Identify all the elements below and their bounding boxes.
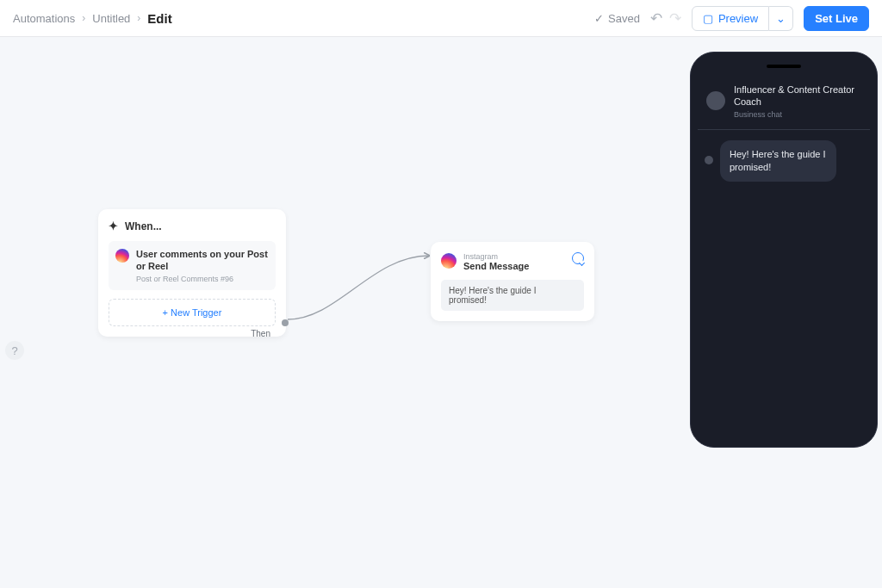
- preview-dropdown[interactable]: ⌄: [769, 6, 793, 31]
- instagram-icon: [441, 253, 457, 269]
- breadcrumb-parent[interactable]: Untitled: [92, 12, 130, 25]
- connection-line: [286, 247, 432, 333]
- chat-message-bubble: Hey! Here's the guide I promised!: [720, 140, 836, 183]
- trigger-card[interactable]: ✦ When... User comments on your Post or …: [98, 209, 286, 337]
- output-port[interactable]: [282, 319, 289, 326]
- flow-canvas[interactable]: ✦ When... User comments on your Post or …: [0, 37, 882, 588]
- then-label: Then: [251, 329, 270, 338]
- phone-notch: [767, 65, 801, 68]
- trigger-subtitle: Post or Reel Comments #96: [136, 275, 269, 283]
- saved-label: Saved: [608, 12, 640, 25]
- phone-preview: Influencer & Content Creator Coach Busin…: [690, 52, 878, 448]
- chat-body: Hey! Here's the guide I promised!: [698, 130, 870, 193]
- redo-icon[interactable]: ↷: [669, 9, 681, 28]
- undo-redo-group: ↶ ↷: [650, 9, 681, 28]
- monitor-icon: ▢: [703, 12, 713, 25]
- trigger-card-header: ✦ When...: [109, 220, 276, 232]
- trigger-title: User comments on your Post or Reel: [136, 248, 269, 273]
- check-icon: ✓: [594, 12, 604, 25]
- breadcrumb: Automations › Untitled › Edit: [13, 11, 172, 26]
- breadcrumb-current: Edit: [147, 11, 171, 26]
- header-actions: ✓ Saved ↶ ↷ ▢ Preview ⌄ Set Live: [594, 6, 869, 31]
- action-title: Send Message: [463, 261, 529, 271]
- breadcrumb-root[interactable]: Automations: [13, 12, 75, 25]
- chat-bubble-icon: [572, 252, 584, 264]
- preview-label: Preview: [718, 12, 758, 25]
- chat-contact-sub: Business chat: [734, 110, 861, 119]
- header-bar: Automations › Untitled › Edit ✓ Saved ↶ …: [0, 0, 882, 37]
- chevron-down-icon: ⌄: [776, 12, 786, 25]
- undo-icon[interactable]: ↶: [650, 9, 662, 28]
- chat-header: Influencer & Content Creator Coach Busin…: [698, 77, 870, 130]
- action-platform: Instagram: [463, 252, 529, 261]
- trigger-row[interactable]: User comments on your Post or Reel Post …: [109, 241, 276, 290]
- help-button[interactable]: ?: [5, 341, 24, 360]
- saved-indicator: ✓ Saved: [594, 12, 640, 25]
- message-preview: Hey! Here's the guide I promised!: [441, 280, 584, 311]
- preview-button-group: ▢ Preview ⌄: [692, 6, 793, 31]
- action-card[interactable]: Instagram Send Message Hey! Here's the g…: [431, 242, 594, 321]
- chevron-right-icon: ›: [82, 12, 85, 24]
- set-live-button[interactable]: Set Live: [804, 6, 869, 31]
- new-trigger-button[interactable]: + New Trigger: [109, 299, 276, 326]
- trigger-heading: When...: [125, 220, 162, 232]
- action-card-header: Instagram Send Message: [441, 252, 584, 271]
- avatar: [706, 91, 725, 110]
- preview-button[interactable]: ▢ Preview: [692, 6, 769, 31]
- bolt-icon: ✦: [109, 220, 118, 232]
- chat-contact-name: Influencer & Content Creator Coach: [734, 84, 861, 108]
- instagram-icon: [115, 249, 129, 263]
- avatar: [705, 156, 713, 164]
- chevron-right-icon: ›: [137, 12, 140, 24]
